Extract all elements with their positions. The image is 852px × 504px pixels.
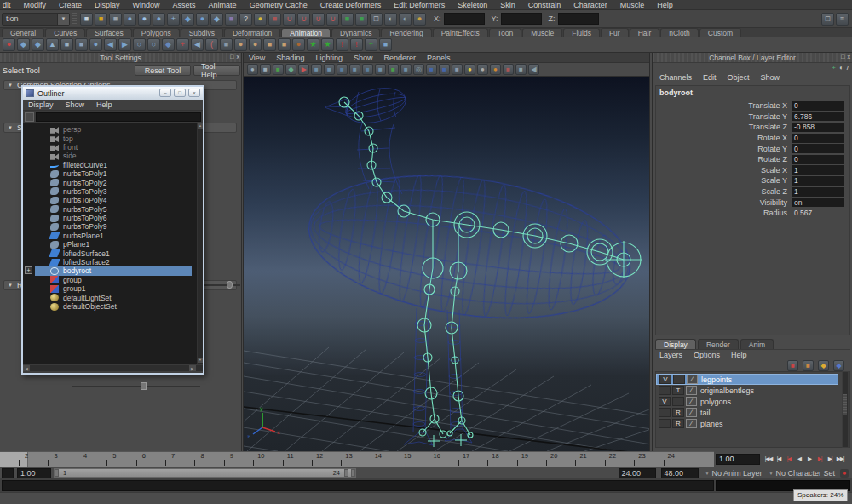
- shelf-tool-icon[interactable]: ◆: [32, 38, 44, 51]
- menu-item[interactable]: Edit Deformers: [394, 1, 445, 9]
- frame-tick[interactable]: 14: [364, 452, 393, 467]
- outliner-menu-item[interactable]: Display: [28, 100, 54, 109]
- tool-option-slider-2[interactable]: [203, 284, 240, 286]
- status-tool-icon[interactable]: ∪: [326, 13, 339, 26]
- shelf-tab[interactable]: Hair: [630, 28, 660, 37]
- minimize-icon[interactable]: –: [159, 89, 171, 97]
- frame-tick[interactable]: 10: [246, 452, 275, 467]
- viewport-toolbar-icon[interactable]: ■: [503, 64, 514, 75]
- scroll-left-icon[interactable]: ◀: [23, 365, 30, 371]
- shelf-tool-icon[interactable]: (: [205, 38, 218, 51]
- menu-item[interactable]: Help: [657, 1, 673, 9]
- status-tool-icon[interactable]: ◐: [399, 13, 412, 26]
- outliner-item[interactable]: + nurbsToPoly9: [35, 222, 192, 231]
- menu-item[interactable]: Modify: [24, 1, 47, 9]
- anim-layer-selector[interactable]: ▼ No Anim Layer: [705, 469, 763, 478]
- viewport-toolbar-icon[interactable]: ■: [337, 64, 348, 75]
- status-tool-icon[interactable]: ∪: [312, 13, 325, 26]
- status-tool-icon[interactable]: ■: [355, 13, 368, 26]
- shelf-tool-icon[interactable]: +: [365, 38, 377, 51]
- shelf-tab[interactable]: nCloth: [660, 28, 699, 37]
- outliner-item[interactable]: + defaultObjectSet: [35, 302, 192, 311]
- layer-visibility-toggle[interactable]: V: [659, 397, 671, 406]
- status-tool-icon[interactable]: ●: [124, 13, 136, 26]
- create-layer-icon[interactable]: ■: [803, 360, 814, 371]
- close-icon[interactable]: x: [188, 89, 200, 97]
- status-tool-icon[interactable]: ◐: [384, 13, 397, 26]
- menu-item[interactable]: Window: [133, 1, 160, 9]
- channel-label[interactable]: Scale Y: [761, 176, 787, 185]
- viewport-toolbar-icon[interactable]: ▶: [298, 64, 309, 75]
- outliner-item[interactable]: + loftedSurface1: [35, 249, 192, 257]
- shelf-tool-icon[interactable]: ■: [75, 38, 88, 51]
- channel-value-input[interactable]: 6.786: [792, 112, 844, 121]
- shelf-tab[interactable]: Animation: [281, 28, 331, 37]
- character-set-selector[interactable]: ▼ No Character Set: [769, 469, 835, 478]
- frame-tick[interactable]: 22: [598, 452, 627, 467]
- outliner-titlebar[interactable]: Outliner – □ x: [23, 87, 203, 100]
- create-layer-icon[interactable]: ◆: [818, 360, 829, 371]
- layer-display-type-toggle[interactable]: R: [672, 419, 684, 428]
- channel-box-menu-item[interactable]: Show: [761, 73, 780, 82]
- status-tool-icon[interactable]: ◆: [181, 13, 194, 26]
- layer-name[interactable]: polygons: [700, 398, 731, 406]
- status-tool-icon[interactable]: ●: [413, 13, 426, 26]
- range-right-cap[interactable]: [351, 469, 355, 477]
- menu-item[interactable]: Create Deformers: [320, 1, 382, 9]
- timeline-ruler[interactable]: 2 3 4 5 6: [0, 451, 714, 467]
- outliner-vertical-scrollbar[interactable]: ▲ ▼: [197, 123, 203, 371]
- channel-value-input[interactable]: 0.567: [792, 209, 844, 218]
- viewport-toolbar-icon[interactable]: ◀: [528, 64, 539, 75]
- shelf-tool-icon[interactable]: ●: [249, 38, 262, 51]
- animation-start-mini-field[interactable]: [2, 468, 14, 478]
- viewport-menu-item[interactable]: View: [249, 54, 265, 62]
- current-time-input[interactable]: 1.00: [716, 454, 760, 465]
- channel-value-input[interactable]: 0: [792, 155, 844, 164]
- shelf-tool-icon[interactable]: !: [336, 38, 348, 51]
- shelf-tab[interactable]: Fur: [601, 28, 629, 37]
- layer-editor-tab[interactable]: Anim: [740, 339, 774, 349]
- channel-mode-icon[interactable]: /: [847, 64, 849, 72]
- layer-display-type-toggle[interactable]: R: [672, 408, 684, 417]
- shelf-tool-icon[interactable]: ○: [147, 38, 160, 51]
- shelf-tab[interactable]: General: [2, 28, 44, 37]
- shelf-tool-icon[interactable]: ◀: [191, 38, 204, 51]
- playback-button[interactable]: |◀◀: [763, 454, 774, 465]
- filter-icon[interactable]: [25, 112, 34, 122]
- viewport-toolbar-icon[interactable]: ■: [375, 64, 386, 75]
- outliner-item[interactable]: + filletedCurve1: [35, 161, 192, 169]
- viewport-toolbar-icon[interactable]: ◎: [413, 64, 424, 75]
- z-coordinate-input[interactable]: [558, 13, 599, 25]
- layer-display-type-toggle[interactable]: T: [672, 386, 684, 395]
- channel-value-input[interactable]: 1: [792, 187, 844, 197]
- menu-item[interactable]: Constrain: [528, 1, 561, 9]
- x-coordinate-input[interactable]: [444, 13, 485, 25]
- set-key-icon[interactable]: ●: [840, 469, 849, 478]
- frame-tick[interactable]: 19: [510, 452, 539, 467]
- outliner-item[interactable]: + nurbsToPoly4: [35, 196, 192, 204]
- outliner-item[interactable]: + pPlane1: [35, 240, 192, 249]
- outliner-item[interactable]: + group: [35, 276, 192, 284]
- command-line-input[interactable]: [2, 480, 714, 491]
- status-tool-icon[interactable]: ?: [239, 13, 252, 26]
- layer-name[interactable]: legpoints: [701, 375, 732, 384]
- frame-tick[interactable]: 4: [71, 452, 100, 467]
- outliner-item[interactable]: + front: [35, 143, 192, 152]
- viewport-toolbar-icon[interactable]: ■: [260, 64, 271, 75]
- shelf-tool-icon[interactable]: ▲: [46, 38, 59, 51]
- layer-color-icon[interactable]: ∕: [687, 375, 698, 384]
- outliner-item[interactable]: + nurbsToPoly2: [35, 178, 192, 186]
- channel-mode-icon[interactable]: +: [832, 64, 836, 72]
- shelf-tool-icon[interactable]: ■: [263, 38, 276, 51]
- shelf-tool-icon[interactable]: ●: [234, 38, 247, 51]
- outliner-item[interactable]: + nurbsToPoly3: [35, 187, 192, 196]
- viewport-menu-item[interactable]: Panels: [427, 54, 451, 62]
- range-left-handle[interactable]: [55, 469, 59, 477]
- shelf-tool-icon[interactable]: ●: [89, 38, 102, 51]
- status-tool-icon[interactable]: ◆: [210, 13, 223, 26]
- animation-end-input[interactable]: 48.00: [661, 468, 699, 478]
- shelf-tool-icon[interactable]: ■: [379, 38, 392, 51]
- shelf-tab[interactable]: Dynamics: [331, 28, 380, 37]
- frame-tick[interactable]: 8: [187, 452, 216, 467]
- channel-value-input[interactable]: -0.858: [792, 123, 844, 132]
